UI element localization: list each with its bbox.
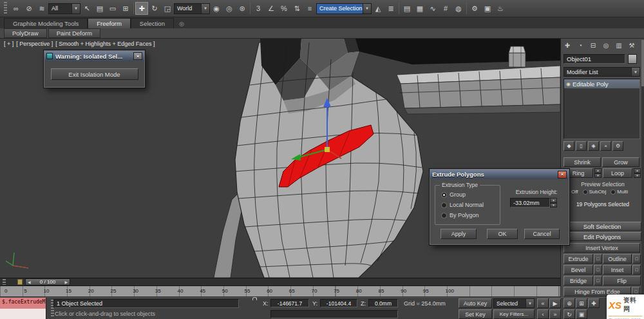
time-slider[interactable]: ◀ 0 / 100 ▶	[0, 278, 560, 286]
spinner-down-icon[interactable]: ▼	[594, 173, 601, 179]
select-and-rotate-icon[interactable]: ↻	[148, 2, 161, 15]
unlink-selection-icon[interactable]: ⊘	[23, 2, 35, 15]
tab-paint-deform[interactable]: Paint Deform	[48, 28, 100, 38]
spinner-up-icon[interactable]: ▲	[634, 168, 641, 173]
radio-icon[interactable]	[441, 202, 447, 208]
configure-modifier-sets-icon[interactable]: ⚙	[612, 141, 623, 151]
apply-button[interactable]: Apply	[440, 229, 477, 239]
rollout-edit-polygons[interactable]: Edit Polygons	[563, 232, 641, 241]
preview-subobj-radio[interactable]	[583, 189, 588, 195]
close-icon[interactable]: ×	[133, 52, 142, 60]
render-setup-icon[interactable]: ⚙	[468, 2, 481, 15]
exit-isolation-mode-button[interactable]: Exit Isolation Mode	[51, 68, 138, 80]
panel-scrollbar[interactable]	[641, 40, 644, 295]
inset-button[interactable]: Inset	[603, 265, 632, 275]
bind-to-space-warp-icon[interactable]: ≋	[35, 2, 48, 15]
layer-manager-icon[interactable]: ▤	[401, 2, 413, 15]
spinner-down-icon[interactable]: ▼	[634, 173, 641, 179]
viewport-pov-menu[interactable]: [ Perspective ]	[16, 41, 53, 47]
y-coordinate-field[interactable]: -101404.4	[320, 299, 357, 307]
key-filters-button[interactable]: Key Filters...	[493, 309, 535, 319]
listener-macro-line[interactable]: $.faceExtrudeM	[0, 298, 46, 309]
tab-selection[interactable]: Selection	[131, 18, 174, 28]
percent-snap-icon[interactable]: %	[278, 2, 290, 15]
loop-button[interactable]: Loop	[603, 168, 632, 178]
keyboard-shortcut-override-icon[interactable]: ⊛	[236, 2, 249, 15]
selection-filter-dropdown[interactable]: All ▼	[48, 3, 80, 14]
maximize-viewport-icon[interactable]: ▣	[576, 309, 587, 319]
create-tab-icon[interactable]: ✚	[562, 40, 573, 50]
z-coordinate-field[interactable]: 0.0mm	[368, 299, 398, 307]
maxscript-mini-listener[interactable]: $.faceExtrudeM	[0, 298, 46, 319]
viewport-shading-menu[interactable]: [ Smooth + Highlights + Edged Faces ]	[55, 41, 155, 47]
display-tab-icon[interactable]: ▥	[614, 40, 624, 50]
render-production-icon[interactable]: ♨	[494, 2, 507, 15]
flip-button[interactable]: Flip	[603, 276, 641, 285]
object-color-swatch[interactable]	[628, 54, 637, 64]
tab-freeform[interactable]: Freeform	[88, 18, 131, 28]
tab-polydraw[interactable]: PolyDraw	[4, 28, 47, 38]
toolbar-grip[interactable]	[4, 2, 7, 15]
outline-button[interactable]: Outline	[603, 254, 632, 264]
extrude-settings-button[interactable]: □	[594, 254, 602, 264]
radio-icon[interactable]	[441, 213, 447, 218]
previous-key-button[interactable]: ‹	[537, 309, 549, 319]
loop-spinner[interactable]: ▲ ▼	[634, 168, 641, 178]
spinner-up-icon[interactable]: ▲	[594, 168, 601, 173]
bridge-settings-button[interactable]: □	[594, 276, 602, 285]
reference-coordinate-dropdown[interactable]: World ▼	[174, 3, 210, 14]
go-to-start-button[interactable]: «	[537, 298, 549, 308]
select-and-scale-icon[interactable]: ◲	[161, 2, 174, 15]
inset-settings-button[interactable]: □	[632, 265, 641, 275]
go-to-end-button[interactable]: »	[549, 309, 561, 319]
select-and-manipulate-icon[interactable]: ◎	[223, 2, 236, 15]
rendered-frame-window-icon[interactable]: ▣	[481, 2, 494, 15]
dropdown-arrow-icon[interactable]: ▼	[363, 4, 371, 14]
close-icon[interactable]: ×	[558, 171, 567, 179]
dropdown-arrow-icon[interactable]: ▼	[631, 68, 639, 76]
outline-settings-button[interactable]: □	[632, 254, 641, 264]
align-icon[interactable]: ≣	[384, 2, 397, 15]
rectangular-selection-region-icon[interactable]: ▭	[106, 2, 119, 15]
tab-graphite-modeling-tools[interactable]: Graphite Modeling Tools	[4, 18, 88, 28]
extrude-button[interactable]: Extrude	[564, 254, 593, 264]
mirror-icon[interactable]: ◭	[372, 2, 384, 15]
rollout-soft-selection[interactable]: Soft Selection	[563, 222, 641, 231]
lightbulb-icon[interactable]: ◉	[566, 81, 571, 87]
orbit-icon[interactable]: ↻	[564, 309, 575, 319]
modifier-list-dropdown[interactable]: Modifier List ▼	[564, 67, 640, 77]
radio-local-normal-option[interactable]: Local Normal	[441, 202, 484, 208]
auto-key-button[interactable]: Auto Key	[459, 298, 492, 308]
cancel-button[interactable]: Cancel	[524, 229, 560, 239]
radio-by-polygon-option[interactable]: By Polygon	[441, 212, 479, 218]
schematic-view-icon[interactable]: #	[439, 2, 452, 15]
select-object-icon[interactable]: ↖	[80, 2, 93, 15]
select-and-link-icon[interactable]: ∞	[10, 2, 23, 15]
ok-button[interactable]: OK	[487, 229, 518, 239]
zoom-icon[interactable]: ⊕	[564, 298, 575, 308]
snaps-toggle-icon[interactable]: 3	[252, 2, 265, 15]
material-editor-icon[interactable]: ◍	[452, 2, 465, 15]
panel-scrollbar-thumb[interactable]	[641, 40, 644, 86]
radio-group-option[interactable]: Group	[441, 191, 466, 198]
time-tag-field[interactable]	[270, 310, 398, 318]
make-unique-icon[interactable]: ◈	[588, 141, 599, 151]
angle-snap-icon[interactable]: ∠	[265, 2, 278, 15]
zoom-extents-icon[interactable]: ⊞	[576, 298, 587, 308]
radio-icon[interactable]	[441, 192, 447, 198]
bevel-settings-button[interactable]: □	[594, 265, 602, 275]
dropdown-arrow-icon[interactable]: ▼	[71, 4, 80, 14]
key-selection-dropdown[interactable]: Selected ▼	[493, 298, 535, 308]
spinner-down-icon[interactable]: ▼	[550, 203, 557, 208]
extrusion-height-input[interactable]: -33.02mm	[510, 198, 550, 208]
dropdown-arrow-icon[interactable]: ▼	[201, 4, 209, 14]
edit-named-selection-sets-icon[interactable]: ≡	[303, 2, 316, 15]
preview-multi-radio[interactable]	[611, 189, 616, 195]
track-selection-marker[interactable]	[17, 279, 23, 285]
curve-editor-icon[interactable]: ∿	[426, 2, 439, 15]
insert-vertex-button[interactable]: Insert Vertex	[564, 243, 640, 253]
x-coordinate-field[interactable]: -146671.7	[270, 299, 309, 307]
next-frame-button[interactable]: ▶	[64, 280, 68, 284]
viewport-general-menu[interactable]: [ + ]	[4, 41, 14, 47]
time-slider-grip[interactable]	[3, 279, 6, 285]
